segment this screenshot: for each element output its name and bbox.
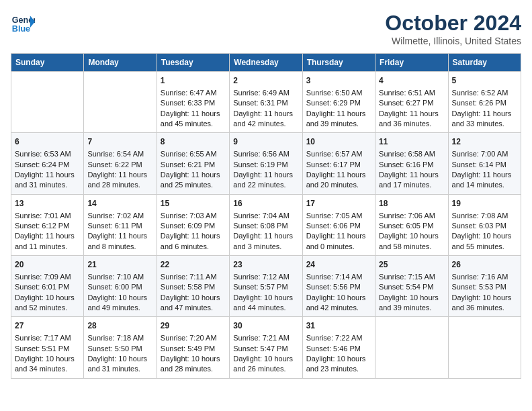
daylight-text: Daylight: 10 hours and 42 minutes. (306, 293, 371, 314)
daylight-text: Daylight: 11 hours and 6 minutes. (161, 231, 226, 252)
sunrise-text: Sunrise: 7:22 AM (306, 333, 371, 343)
calendar-cell (84, 72, 157, 133)
calendar-cell: 22Sunrise: 7:11 AMSunset: 5:58 PMDayligh… (157, 256, 229, 317)
sunset-text: Sunset: 6:05 PM (379, 221, 444, 231)
sunrise-text: Sunrise: 7:18 AM (87, 333, 152, 343)
sunrise-text: Sunrise: 7:09 AM (15, 272, 80, 282)
day-number: 9 (233, 136, 298, 148)
sunrise-text: Sunrise: 7:06 AM (379, 211, 444, 221)
daylight-text: Daylight: 10 hours and 34 minutes. (15, 354, 80, 375)
day-number: 31 (306, 320, 371, 332)
day-number: 1 (161, 75, 226, 87)
calendar-cell: 15Sunrise: 7:03 AMSunset: 6:09 PMDayligh… (157, 194, 229, 255)
sunrise-text: Sunrise: 6:47 AM (161, 88, 226, 98)
sunrise-text: Sunrise: 7:21 AM (233, 333, 298, 343)
sunrise-text: Sunrise: 7:15 AM (379, 272, 444, 282)
calendar-cell: 16Sunrise: 7:04 AMSunset: 6:08 PMDayligh… (230, 194, 302, 255)
day-number: 4 (379, 75, 444, 87)
weekday-header-row: SundayMondayTuesdayWednesdayThursdayFrid… (11, 54, 521, 72)
daylight-text: Daylight: 10 hours and 23 minutes. (306, 354, 371, 375)
daylight-text: Daylight: 10 hours and 52 minutes. (15, 293, 80, 314)
sunset-text: Sunset: 6:24 PM (15, 160, 80, 170)
calendar-table: SundayMondayTuesdayWednesdayThursdayFrid… (11, 53, 521, 379)
daylight-text: Daylight: 10 hours and 36 minutes. (452, 293, 517, 314)
sunset-text: Sunset: 6:27 PM (379, 98, 444, 108)
calendar-cell: 2Sunrise: 6:49 AMSunset: 6:31 PMDaylight… (230, 72, 302, 133)
daylight-text: Daylight: 11 hours and 17 minutes. (379, 170, 444, 191)
day-number: 26 (452, 259, 517, 271)
daylight-text: Daylight: 11 hours and 25 minutes. (161, 170, 226, 191)
sunrise-text: Sunrise: 6:53 AM (15, 149, 80, 159)
sunset-text: Sunset: 5:47 PM (233, 344, 298, 354)
month-title: October 2024 (385, 11, 521, 36)
calendar-cell: 7Sunrise: 6:54 AMSunset: 6:22 PMDaylight… (84, 133, 157, 194)
daylight-text: Daylight: 11 hours and 36 minutes. (379, 109, 444, 130)
calendar-cell: 10Sunrise: 6:57 AMSunset: 6:17 PMDayligh… (302, 133, 375, 194)
sunset-text: Sunset: 5:51 PM (15, 344, 80, 354)
daylight-text: Daylight: 10 hours and 55 minutes. (452, 231, 517, 252)
sunset-text: Sunset: 6:03 PM (452, 221, 517, 231)
sunrise-text: Sunrise: 7:11 AM (161, 272, 226, 282)
sunrise-text: Sunrise: 6:58 AM (379, 149, 444, 159)
sunrise-text: Sunrise: 6:57 AM (306, 149, 371, 159)
svg-text:Blue: Blue (12, 24, 30, 34)
calendar-cell: 13Sunrise: 7:01 AMSunset: 6:12 PMDayligh… (11, 194, 84, 255)
day-number: 10 (306, 136, 371, 148)
calendar-cell: 30Sunrise: 7:21 AMSunset: 5:47 PMDayligh… (230, 317, 302, 378)
sunset-text: Sunset: 5:54 PM (379, 282, 444, 292)
daylight-text: Daylight: 11 hours and 22 minutes. (233, 170, 298, 191)
weekday-monday: Monday (84, 54, 157, 72)
sunrise-text: Sunrise: 6:51 AM (379, 88, 444, 98)
daylight-text: Daylight: 11 hours and 42 minutes. (233, 109, 298, 130)
sunrise-text: Sunrise: 7:12 AM (233, 272, 298, 282)
sunrise-text: Sunrise: 7:17 AM (15, 333, 80, 343)
sunrise-text: Sunrise: 7:08 AM (452, 211, 517, 221)
daylight-text: Daylight: 11 hours and 3 minutes. (233, 231, 298, 252)
title-block: October 2024 Wilmette, Illinois, United … (385, 11, 521, 46)
sunrise-text: Sunrise: 6:55 AM (161, 149, 226, 159)
calendar-cell: 23Sunrise: 7:12 AMSunset: 5:57 PMDayligh… (230, 256, 302, 317)
sunset-text: Sunset: 6:06 PM (306, 221, 371, 231)
sunset-text: Sunset: 6:33 PM (161, 98, 226, 108)
day-number: 30 (233, 320, 298, 332)
weekday-wednesday: Wednesday (230, 54, 302, 72)
sunset-text: Sunset: 6:09 PM (161, 221, 226, 231)
weekday-friday: Friday (375, 54, 448, 72)
day-number: 29 (161, 320, 226, 332)
day-number: 5 (452, 75, 517, 87)
calendar-cell: 21Sunrise: 7:10 AMSunset: 6:00 PMDayligh… (84, 256, 157, 317)
daylight-text: Daylight: 11 hours and 8 minutes. (87, 231, 152, 252)
sunrise-text: Sunrise: 6:54 AM (87, 149, 152, 159)
day-number: 8 (161, 136, 226, 148)
sunset-text: Sunset: 5:56 PM (306, 282, 371, 292)
calendar-cell: 8Sunrise: 6:55 AMSunset: 6:21 PMDaylight… (157, 133, 229, 194)
weekday-tuesday: Tuesday (157, 54, 229, 72)
sunrise-text: Sunrise: 6:52 AM (452, 88, 517, 98)
sunrise-text: Sunrise: 6:56 AM (233, 149, 298, 159)
calendar-cell: 18Sunrise: 7:06 AMSunset: 6:05 PMDayligh… (375, 194, 448, 255)
calendar-cell: 29Sunrise: 7:20 AMSunset: 5:49 PMDayligh… (157, 317, 229, 378)
calendar-cell (448, 317, 521, 378)
sunset-text: Sunset: 6:26 PM (452, 98, 517, 108)
sunset-text: Sunset: 6:00 PM (87, 282, 152, 292)
sunset-text: Sunset: 6:19 PM (233, 160, 298, 170)
calendar-week-2: 6Sunrise: 6:53 AMSunset: 6:24 PMDaylight… (11, 133, 521, 194)
sunrise-text: Sunrise: 7:20 AM (161, 333, 226, 343)
sunset-text: Sunset: 5:53 PM (452, 282, 517, 292)
calendar-week-3: 13Sunrise: 7:01 AMSunset: 6:12 PMDayligh… (11, 194, 521, 255)
sunrise-text: Sunrise: 7:10 AM (87, 272, 152, 282)
sunrise-text: Sunrise: 6:49 AM (233, 88, 298, 98)
day-number: 12 (452, 136, 517, 148)
day-number: 13 (15, 198, 80, 210)
logo: General Blue (11, 11, 35, 35)
day-number: 20 (15, 259, 80, 271)
daylight-text: Daylight: 10 hours and 44 minutes. (233, 293, 298, 314)
day-number: 3 (306, 75, 371, 87)
daylight-text: Daylight: 11 hours and 28 minutes. (87, 170, 152, 191)
weekday-sunday: Sunday (11, 54, 84, 72)
daylight-text: Daylight: 11 hours and 45 minutes. (161, 109, 226, 130)
day-number: 25 (379, 259, 444, 271)
weekday-saturday: Saturday (448, 54, 521, 72)
sunset-text: Sunset: 6:12 PM (15, 221, 80, 231)
calendar-cell: 5Sunrise: 6:52 AMSunset: 6:26 PMDaylight… (448, 72, 521, 133)
